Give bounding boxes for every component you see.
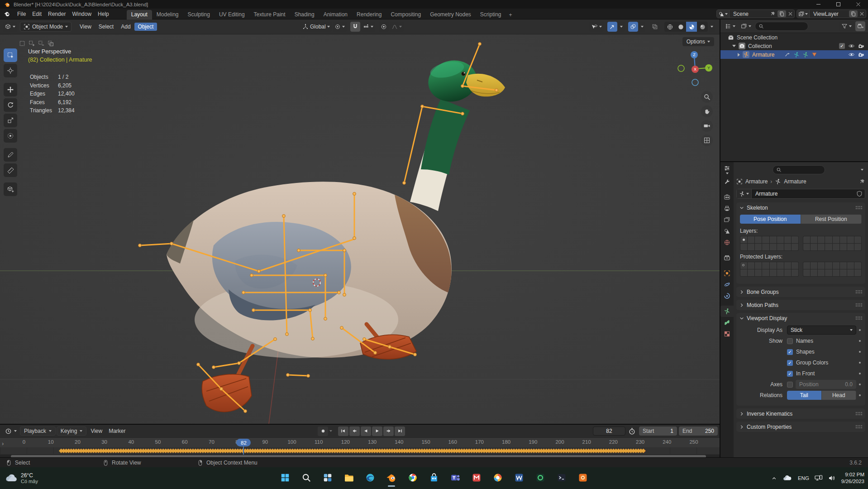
expand-arrow-icon[interactable] — [738, 53, 740, 57]
outliner-row-scene-collection[interactable]: Scene Collection — [720, 33, 868, 42]
inverse-kinematics-header[interactable]: Inverse Kinematics — [736, 408, 865, 419]
select-new-icon[interactable] — [19, 40, 25, 47]
animate-dot[interactable] — [859, 362, 861, 364]
ortho-grid-icon[interactable] — [701, 134, 713, 146]
layer-cell[interactable] — [803, 269, 810, 276]
layer-cell[interactable] — [777, 262, 784, 269]
layer-cell[interactable] — [770, 269, 777, 276]
viewport-menu-object[interactable]: Object — [134, 23, 157, 31]
outliner-editor-type-button[interactable] — [723, 21, 737, 31]
properties-search-input[interactable] — [773, 165, 825, 174]
taskbar-app-start[interactable] — [276, 468, 295, 487]
layer-cell[interactable] — [818, 262, 825, 269]
panel-grip[interactable] — [855, 303, 862, 307]
view-layer-icon[interactable] — [797, 10, 810, 18]
region-expand-chevron[interactable]: › — [2, 440, 4, 447]
select-intersect-icon[interactable] — [48, 40, 54, 47]
collapse-arrow-icon[interactable] — [732, 45, 736, 47]
layer-cell[interactable] — [755, 269, 762, 276]
shading-rendered-button[interactable] — [697, 22, 708, 32]
new-view-layer-button[interactable] — [849, 10, 858, 17]
layer-cell[interactable] — [748, 236, 754, 243]
options-button[interactable]: Options — [682, 37, 714, 46]
axes-checkbox[interactable]: ✓ — [787, 382, 793, 388]
layer-cell[interactable] — [762, 236, 769, 243]
layer-cell[interactable] — [833, 236, 839, 243]
layer-cell[interactable] — [811, 236, 817, 243]
gizmo-y-negative[interactable] — [678, 65, 684, 72]
properties-tab-view-layer[interactable] — [720, 214, 734, 225]
outliner-row-collection[interactable]: Collection ✓ — [720, 42, 868, 50]
panel-grip[interactable] — [855, 290, 862, 294]
layer-cell[interactable] — [762, 262, 769, 269]
keyframe-diamonds[interactable]: ◆◆◆◆◆◆◆◆◆◆◆◆◆◆◆◆◆◆◆◆◆◆◆◆◆◆◆◆◆◆◆◆◆◆◆◆◆◆◆◆… — [59, 447, 705, 454]
taskbar-app-explorer[interactable] — [339, 468, 358, 487]
blender-menu-button[interactable] — [0, 9, 14, 19]
outliner-row-armature[interactable]: Armature — [720, 50, 868, 59]
axes-position-slider[interactable]: Position 0.0 — [796, 380, 856, 389]
workspace-tab-rendering[interactable]: Rendering — [352, 10, 386, 19]
animate-dot[interactable] — [859, 340, 861, 342]
viewport-menu-add[interactable]: Add — [117, 23, 134, 31]
layer-cell[interactable] — [833, 262, 839, 269]
properties-tab-physics[interactable] — [720, 290, 734, 302]
play-button[interactable] — [372, 427, 382, 436]
frame-start-field[interactable]: Start1 — [639, 427, 677, 436]
view-menu[interactable]: View — [87, 427, 105, 435]
layer-cell[interactable] — [833, 269, 839, 276]
layer-cell[interactable] — [740, 262, 747, 269]
view-layer-name[interactable]: ViewLayer — [810, 11, 849, 17]
scene-selector[interactable]: Scene — [716, 10, 795, 18]
mode-selector[interactable]: Object Mode — [20, 22, 72, 32]
playhead[interactable]: 82 — [236, 439, 251, 446]
timeline-editor-type-button[interactable] — [2, 427, 20, 436]
next-keyframe-button[interactable] — [383, 427, 394, 436]
workspace-tab-sculpting[interactable]: Sculpting — [183, 10, 215, 19]
hide-eye-icon[interactable] — [848, 51, 855, 58]
gizmo-dropdown[interactable] — [618, 22, 625, 32]
layer-cell[interactable] — [770, 236, 777, 243]
layer-cell[interactable] — [755, 244, 762, 250]
marker-menu[interactable]: Marker — [105, 427, 129, 435]
layer-cell[interactable] — [854, 236, 861, 243]
panel-grip[interactable] — [855, 412, 862, 416]
checkbox-shapes[interactable]: ✓ — [787, 349, 793, 355]
outliner-filter-button[interactable] — [839, 21, 854, 31]
collection-checkbox[interactable]: ✓ — [839, 43, 845, 49]
layer-cell[interactable] — [833, 244, 839, 250]
layer-cell[interactable] — [755, 262, 762, 269]
outliner-display-mode-button[interactable] — [739, 21, 753, 31]
panel-grip[interactable] — [855, 316, 862, 320]
tool-select-box[interactable] — [4, 48, 17, 62]
gizmo-z-negative[interactable] — [692, 79, 698, 86]
tray-chevron-icon[interactable] — [771, 475, 777, 481]
editor-type-button[interactable] — [3, 22, 17, 32]
taskbar-app-store[interactable] — [424, 468, 444, 487]
layer-cell[interactable] — [792, 244, 798, 250]
layer-cell[interactable] — [854, 262, 861, 269]
camera-view-icon[interactable] — [701, 120, 713, 132]
workspace-tab-animation[interactable]: Animation — [319, 10, 352, 19]
layer-cell[interactable] — [748, 244, 754, 250]
layer-cell[interactable] — [770, 262, 777, 269]
layer-cell[interactable] — [840, 244, 847, 250]
animate-dot[interactable] — [859, 394, 861, 396]
custom-properties-header[interactable]: Custom Properties — [736, 422, 865, 432]
object-visibility-selector[interactable] — [589, 22, 604, 32]
proportional-editing-toggle[interactable] — [379, 22, 389, 32]
layer-cell[interactable] — [825, 236, 832, 243]
workspace-tab-geometry-nodes[interactable]: Geometry Nodes — [425, 10, 476, 19]
xray-toggle[interactable] — [650, 22, 660, 32]
id-type-icon[interactable] — [737, 189, 752, 198]
layer-cell[interactable] — [818, 244, 825, 250]
properties-tab-constraints[interactable] — [720, 279, 734, 290]
zoom-icon[interactable] — [701, 91, 713, 103]
timeline-ruler[interactable]: 0102030405060708090100110120130140150160… — [0, 437, 720, 447]
taskbar-app-word[interactable] — [510, 468, 529, 487]
panel-grip[interactable] — [855, 206, 862, 210]
tool-add-cube[interactable] — [4, 182, 17, 196]
clock-widget[interactable]: 9:02 PM 9/26/2023 — [841, 471, 864, 485]
properties-tab-data[interactable] — [720, 306, 734, 317]
pin-icon[interactable] — [859, 178, 865, 185]
properties-tab-render[interactable] — [720, 192, 734, 203]
